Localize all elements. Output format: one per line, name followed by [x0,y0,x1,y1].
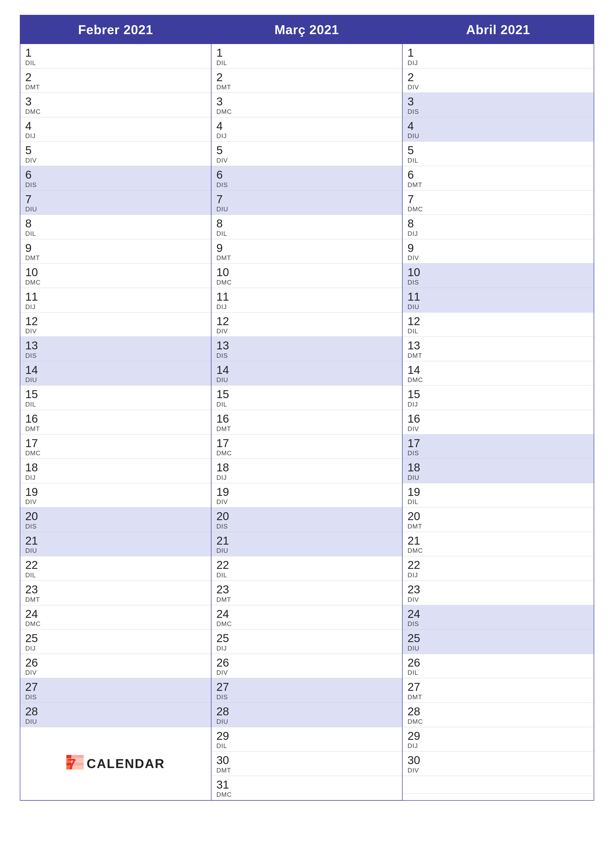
month-header-0: Febrer 2021 [20,16,211,44]
day-row: 9DMT [20,239,211,264]
day-number: 17 [407,437,589,450]
day-row: 28DIU [211,703,402,727]
day-abbr: DMT [25,596,206,603]
day-number: 11 [25,290,206,303]
day-row: 3DMC [20,93,211,117]
day-abbr: DIL [25,230,206,237]
day-number: 7 [25,193,206,206]
day-number: 15 [407,388,589,401]
day-abbr: DIL [216,59,397,67]
day-number: 12 [25,315,206,328]
day-row: 12DIL [403,313,594,337]
day-number: 2 [216,71,397,84]
day-abbr: DMC [25,279,206,286]
day-number: 13 [407,339,589,352]
day-abbr: DIJ [216,132,397,140]
day-row: 13DMT [403,337,594,361]
day-abbr: DIS [216,352,397,360]
day-row: 4DIJ [211,117,402,142]
day-number: 11 [216,290,397,303]
month-header-1: Març 2021 [211,16,402,44]
day-row: 12DIV [20,313,211,337]
day-number: 30 [407,754,589,767]
day-number: 3 [216,95,397,108]
day-row: 17DIS [403,434,594,459]
day-number: 17 [216,437,397,450]
day-abbr: DIV [25,669,206,676]
day-number: 25 [25,632,206,645]
day-abbr: DIV [25,157,206,164]
day-number: 14 [407,364,589,377]
day-number: 13 [216,339,397,352]
day-abbr: DMC [216,791,397,798]
day-abbr: DIJ [407,401,589,408]
day-number: 9 [216,242,397,254]
day-abbr: DIS [216,181,397,189]
day-number: 30 [216,754,397,767]
day-number: 3 [407,95,589,108]
day-row: 3DIS [403,93,594,117]
day-abbr: DIU [25,547,206,555]
day-abbr: DIU [25,205,206,213]
day-row: 27DIS [211,678,402,703]
day-abbr: DMC [407,547,589,555]
month-header-2: Abril 2021 [403,16,594,44]
day-abbr: DMC [25,450,206,457]
day-row: 10DMC [211,264,402,288]
day-number: 22 [25,559,206,571]
day-number: 12 [216,315,397,328]
day-abbr: DIU [407,132,589,140]
day-row: 23DIV [403,581,594,605]
day-row: 15DIL [20,386,211,410]
day-row: 30DIV [403,752,594,776]
day-row: 16DMT [211,410,402,434]
day-row: 10DMC [20,264,211,288]
day-abbr: DMC [216,450,397,457]
day-number: 25 [216,632,397,645]
day-number: 12 [407,315,589,328]
day-number: 22 [216,559,397,571]
day-abbr: DIV [407,254,589,262]
day-row: 20DIS [20,507,211,532]
day-abbr: DMC [407,376,589,384]
day-row: 25DIJ [20,629,211,654]
day-number: 21 [216,535,397,547]
day-number: 24 [216,608,397,620]
day-number: 28 [216,705,397,718]
day-number: 3 [25,95,206,108]
day-abbr: DIJ [407,571,589,579]
day-row: 16DMT [20,410,211,434]
day-abbr: DIV [216,327,397,335]
day-row: 31DMC [211,776,402,800]
day-row: 24DMC [20,605,211,630]
day-row: 27DIS [20,678,211,703]
day-row: 18DIJ [20,459,211,483]
day-abbr: DMC [216,279,397,286]
day-row: 22DIL [211,556,402,581]
day-number: 9 [25,242,206,254]
day-abbr: DIU [407,645,589,652]
day-row: 28DMC [403,703,594,727]
day-row: 15DIJ [403,386,594,410]
day-row: 10DIS [403,264,594,288]
day-number: 19 [216,486,397,498]
day-abbr: DMT [25,425,206,433]
day-row: 22DIJ [403,556,594,581]
day-number: 28 [25,705,206,718]
day-row: 5DIV [20,141,211,166]
day-row: 4DIU [403,117,594,142]
day-number: 29 [216,730,397,742]
day-row: 7DIU [20,191,211,215]
day-abbr: DIL [407,669,589,676]
day-abbr: DMT [216,84,397,91]
day-row: 11DIU [403,288,594,313]
day-row: 17DMC [20,434,211,459]
day-number: 4 [407,120,589,132]
day-row: 21DMC [403,532,594,556]
day-number: 26 [25,656,206,669]
day-number: 15 [216,388,397,401]
day-abbr: DIV [25,498,206,506]
day-number: 27 [216,681,397,693]
day-abbr: DIS [25,522,206,530]
day-number: 29 [407,730,589,742]
